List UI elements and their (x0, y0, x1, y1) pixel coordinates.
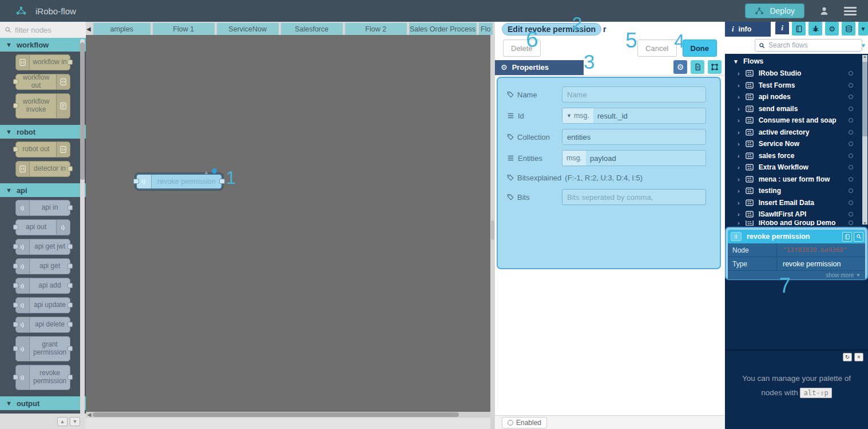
done-button[interactable]: Done (683, 40, 718, 57)
flow-item-service-now[interactable]: ›Service Now (725, 138, 868, 150)
chevron-right-icon[interactable]: › (738, 70, 740, 77)
flow-tab-amples[interactable]: amples (93, 23, 150, 35)
flow-status-circle[interactable] (849, 95, 853, 99)
scroll-up-icon[interactable]: ▲ (862, 54, 867, 58)
flow-item-active-directory[interactable]: ›active directory (725, 127, 868, 139)
flow-item-insert-email-data[interactable]: ›Insert Email Data (725, 197, 868, 209)
flow-status-circle[interactable] (849, 154, 853, 158)
palette-category-robot[interactable]: ▼robot (0, 125, 86, 139)
description-button[interactable] (691, 60, 704, 74)
chevron-right-icon[interactable]: › (738, 187, 740, 194)
canvas-horizontal-scrollbar[interactable]: ◀ (86, 412, 495, 418)
node-search-button[interactable] (854, 232, 863, 242)
tab-info[interactable]: i info (725, 22, 771, 37)
palette-category-output[interactable]: ▼output (0, 396, 86, 410)
flow-tab-sales-order-process[interactable]: Sales Order Process (409, 23, 477, 35)
flow-tab-flow-2[interactable]: Flow 2 (345, 23, 407, 35)
flow-status-circle[interactable] (849, 141, 853, 146)
palette-node-api-in[interactable]: api in (15, 200, 70, 216)
properties-gear-button[interactable]: ⚙ (673, 60, 687, 74)
tab-properties[interactable]: ⚙ Properties (495, 60, 584, 75)
palette-node-api-update[interactable]: api update (15, 297, 70, 313)
palette-node-api-add[interactable]: api add (15, 278, 70, 294)
search-dropdown-icon[interactable]: ▼ (861, 42, 866, 49)
palette-node-api-get-jwt[interactable]: api get jwt (15, 239, 70, 255)
flow-tab-servicenow[interactable]: ServiceNow (217, 23, 279, 35)
chevron-right-icon[interactable]: › (738, 105, 740, 112)
field-input-entities[interactable]: msg.payload (562, 150, 706, 166)
tab-scroll-left-icon[interactable]: ◀ (86, 26, 91, 32)
flow-item-sales-force[interactable]: ›sales force (725, 150, 868, 162)
flow-status-circle[interactable] (849, 165, 853, 170)
msg-prefix-chip[interactable]: ▼msg. (562, 108, 593, 123)
flow-item-extra-workflow[interactable]: ›Extra Workflow (725, 162, 868, 174)
sidebar-bug-button[interactable] (808, 22, 822, 36)
palette-scroll-down-button[interactable]: ▼ (70, 417, 80, 426)
name-input[interactable] (567, 90, 706, 99)
flow-status-circle[interactable] (849, 71, 853, 76)
show-more-toggle[interactable]: show more ▼ (728, 271, 865, 280)
sidebar-gear-button[interactable]: ⚙ (825, 22, 839, 36)
flows-tree-header[interactable]: ▼ Flows (725, 54, 868, 68)
flow-item-isawitfirst-api[interactable]: ›ISawItFirst API (725, 208, 868, 221)
menu-icon[interactable] (844, 5, 857, 17)
sidebar-layers-button[interactable] (842, 22, 855, 36)
user-icon[interactable] (819, 6, 829, 15)
msg-prefix-chip[interactable]: msg. (562, 151, 586, 166)
flows-scrollbar-thumb[interactable] (862, 62, 867, 136)
chevron-right-icon[interactable]: › (738, 82, 740, 89)
filter-nodes-input[interactable] (15, 26, 78, 34)
flow-canvas[interactable]: ◀ amplesFlow 1ServiceNowSalesforceFlow 2… (86, 22, 495, 429)
search-flows-box[interactable]: ▼ (755, 39, 862, 52)
flow-tab-flow-1[interactable]: Flow 1 (153, 23, 215, 35)
flow-item-testing[interactable]: ›testing (725, 185, 868, 197)
palette-node-grant-permission[interactable]: grant permission (15, 336, 70, 361)
sidebar-dropdown-button[interactable]: ▼ (858, 22, 868, 36)
chevron-right-icon[interactable]: › (738, 221, 740, 226)
deploy-button[interactable]: Deploy (745, 3, 804, 18)
canvas-node-revoke-permission[interactable]: revoke permission ▲ (136, 174, 223, 190)
chevron-right-icon[interactable]: › (738, 152, 740, 159)
palette-category-workflow[interactable]: ▼workflow (0, 38, 86, 52)
palette-node-robot-out[interactable]: robot out (15, 141, 70, 158)
chevron-right-icon[interactable]: › (738, 199, 740, 206)
palette-node-workflow-in[interactable]: workflow in (15, 54, 70, 70)
sidebar-info-button[interactable]: i (775, 22, 789, 36)
chevron-right-icon[interactable]: › (738, 140, 740, 147)
scrollbar-thumb[interactable] (93, 412, 459, 417)
flows-scrollbar[interactable]: ▲ ▼ (862, 55, 867, 225)
palette-node-workflow-invoke[interactable]: workflow invoke (15, 93, 70, 119)
chevron-right-icon[interactable]: › (738, 176, 740, 183)
flow-status-circle[interactable] (849, 83, 853, 88)
node-input-port[interactable] (133, 179, 139, 184)
tray-resize-handle[interactable] (490, 35, 495, 429)
bits-input[interactable] (567, 193, 706, 202)
node-help-button[interactable] (842, 232, 852, 242)
flow-status-circle[interactable] (849, 118, 853, 123)
flow-status-circle[interactable] (849, 200, 853, 205)
close-hint-button[interactable]: × (854, 353, 863, 361)
palette-scroll-up-button[interactable]: ▲ (57, 417, 68, 426)
flow-item-api-nodes[interactable]: ›api nodes (725, 91, 868, 103)
chevron-right-icon[interactable]: › (738, 93, 740, 100)
appearance-button[interactable] (708, 60, 722, 74)
palette-scrollbar[interactable] (80, 39, 85, 428)
flow-status-circle[interactable] (849, 177, 853, 182)
refresh-button[interactable]: ↻ (843, 353, 852, 361)
palette-category-api[interactable]: ▼api (0, 183, 86, 197)
delete-button[interactable]: Delete (503, 40, 541, 57)
sidebar-book-button[interactable] (792, 22, 806, 36)
cancel-button[interactable]: Cancel (637, 40, 676, 57)
chevron-right-icon[interactable]: › (738, 129, 740, 136)
palette-node-api-delete[interactable]: api delete (15, 317, 70, 333)
chevron-right-icon[interactable]: › (738, 117, 740, 124)
flow-item-test-forms[interactable]: ›Test Forms (725, 80, 868, 92)
flow-status-circle[interactable] (849, 130, 853, 135)
chevron-right-icon[interactable]: › (738, 211, 740, 218)
palette-node-revoke-permission[interactable]: revoke permission (15, 365, 70, 390)
palette-node-detector-in[interactable]: detector in (15, 161, 70, 177)
node-output-port[interactable] (219, 179, 225, 184)
flow-status-circle[interactable] (849, 188, 853, 193)
enabled-toggle-button[interactable]: Enabled (502, 417, 547, 428)
field-input-name[interactable] (562, 86, 706, 103)
